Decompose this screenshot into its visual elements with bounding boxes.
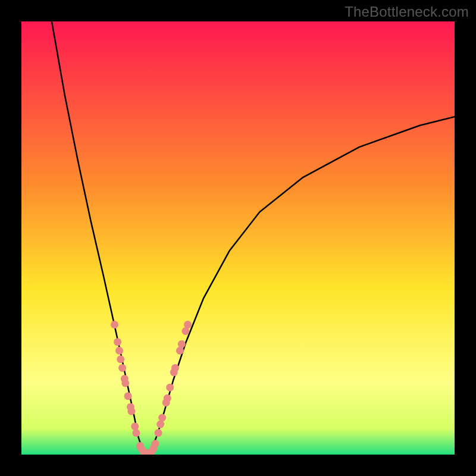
- plot-area: [21, 21, 455, 455]
- marker-dot: [155, 429, 162, 437]
- marker-dot: [158, 414, 166, 422]
- marker-dot: [176, 347, 184, 355]
- watermark-text: TheBottleneck.com: [345, 4, 469, 20]
- marker-dot: [132, 429, 140, 437]
- marker-dot: [131, 422, 139, 430]
- gradient-background: [21, 21, 455, 455]
- marker-dot: [124, 392, 132, 400]
- marker-dot: [178, 340, 186, 348]
- outer-frame: TheBottleneck.com: [0, 0, 476, 476]
- marker-dot: [156, 421, 164, 428]
- marker-dot: [115, 347, 123, 355]
- marker-dot: [171, 364, 179, 372]
- marker-dot: [164, 394, 171, 402]
- marker-dot: [166, 384, 174, 392]
- marker-dot: [121, 379, 129, 387]
- bottleneck-chart: [21, 21, 455, 455]
- marker-dot: [151, 440, 159, 447]
- marker-dot: [184, 321, 192, 328]
- marker-dot: [118, 364, 126, 372]
- marker-dot: [117, 355, 124, 363]
- marker-dot: [127, 408, 135, 415]
- marker-dot: [114, 338, 121, 346]
- marker-dot: [111, 321, 118, 328]
